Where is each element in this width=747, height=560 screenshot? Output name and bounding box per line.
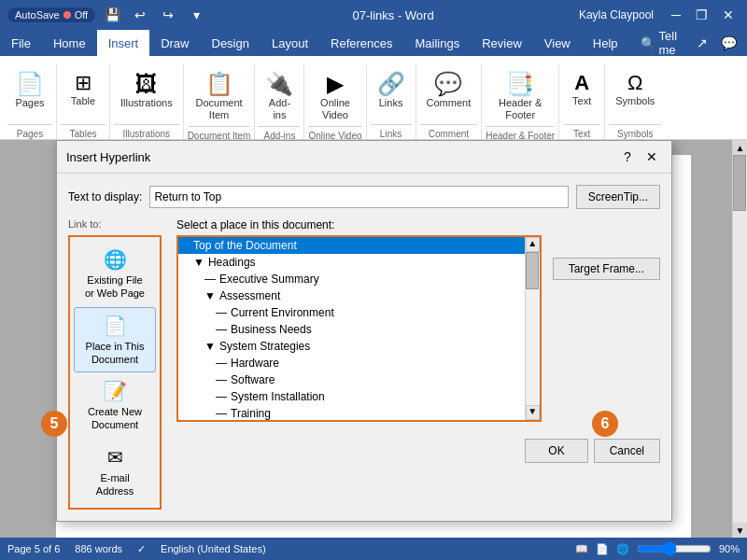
dialog-close-button[interactable]: ✕ [641,147,662,167]
view-web-icon[interactable]: 🌐 [616,543,629,555]
tree-item-headings[interactable]: ▼ Headings [178,254,540,271]
comments-button[interactable]: 💬 [717,32,740,54]
tree-area[interactable]: Top of the Document ▼ Headings — Executi… [176,235,542,422]
tree-item-current-env[interactable]: — Current Environment [178,304,540,321]
text-icon: A [574,73,589,93]
tree-scroll-thumb[interactable] [526,252,539,289]
close-button[interactable]: ✕ [717,4,740,26]
link-create-new[interactable]: 📝 Create NewDocument [74,372,156,439]
customize-qat-button[interactable]: ▾ [185,4,207,26]
dialog-overlay: 5 Insert Hyperlink ? ✕ Text to display: [0,140,747,538]
share-button[interactable]: ↗ [691,32,713,54]
view-print-icon[interactable]: 📄 [596,543,609,555]
menu-help[interactable]: Help [582,30,629,56]
links-button[interactable]: 🔗 Links [371,68,412,114]
status-right: 📖 📄 🌐 90% [575,541,740,556]
tree-item-training[interactable]: — Training [178,405,540,422]
restore-button[interactable]: ❐ [691,4,713,26]
view-read-icon[interactable]: 📖 [575,543,588,555]
tree-item-current-env-label: Current Environment [231,306,334,319]
menu-references[interactable]: References [319,30,403,56]
comment-button[interactable]: 💬 Comment [420,68,478,114]
existing-file-icon: 🌐 [104,247,127,272]
menu-insert[interactable]: Insert [97,30,150,56]
search-icon: 🔍 [641,36,655,50]
tree-item-assessment[interactable]: ▼ Assessment [178,287,540,304]
links-icon: 🔗 [377,73,405,95]
minimize-button[interactable]: ─ [665,4,687,26]
zoom-slider[interactable] [637,541,712,556]
dialog-content: Link to: 🌐 Existing Fileor Web Page 📄 Pl… [68,218,660,510]
cancel-button[interactable]: Cancel [594,439,660,463]
comment-icon: 💬 [434,73,462,95]
redo-button[interactable]: ↪ [157,4,179,26]
target-frame-button[interactable]: Target Frame... [553,258,660,280]
text-label: Text [572,95,591,107]
callout-6: 6 [592,411,618,437]
menu-home[interactable]: Home [42,30,97,56]
document-item-icon: 📋 [205,73,233,95]
autosave-label: AutoSave [15,9,60,21]
tree-item-hardware[interactable]: — Hardware [178,355,540,371]
menu-draw[interactable]: Draw [149,30,200,56]
table-icon: ⊞ [75,73,92,93]
title-bar: AutoSave Off 💾 ↩ ↪ ▾ 07-links - Word Kay… [0,0,747,30]
dialog-controls: ? ✕ [617,147,662,167]
text-to-display-row: Text to display: ScreenTip... [68,185,660,209]
ok-button[interactable]: OK [525,439,587,463]
header-footer-button[interactable]: 📑 Header &Footer [492,68,548,126]
tree-item-top[interactable]: Top of the Document [178,237,540,254]
tree-scroll-up[interactable]: ▲ [526,237,540,252]
tree-item-system-strat-label: System Strategies [219,340,310,353]
tree-item-sys-install[interactable]: — System Installation [178,388,540,405]
undo-button[interactable]: ↩ [129,4,151,26]
text-to-display-input[interactable] [149,186,568,208]
menu-mailings[interactable]: Mailings [404,30,472,56]
zoom-level: 90% [719,543,740,554]
menu-design[interactable]: Design [201,30,261,56]
illustrations-button[interactable]: 🖼 Illustrations [114,68,179,114]
tree-dash-5: — [216,373,227,386]
autosave-indicator [63,11,71,19]
table-label: Table [71,95,95,107]
text-button[interactable]: A Text [563,68,600,112]
link-place-in-document[interactable]: 📄 Place in ThisDocument [74,307,156,373]
minus-icon-3: ▼ [204,340,216,353]
document-item-button[interactable]: 📋 DocumentItem [189,68,248,126]
screentip-button[interactable]: ScreenTip... [576,185,660,209]
tree-item-system-strat[interactable]: ▼ System Strategies [178,338,540,355]
online-video-label: OnlineVideo [320,97,350,121]
tree-item-headings-label: Headings [208,256,256,269]
window-title: 07-links - Word [352,8,433,22]
online-video-button[interactable]: ▶ OnlineVideo [314,68,357,126]
menu-layout[interactable]: Layout [261,30,319,56]
table-button[interactable]: ⊞ Table [61,68,106,112]
link-to-title: Link to: [68,218,169,230]
tree-and-buttons: Top of the Document ▼ Headings — Executi… [176,235,660,429]
tree-item-exec-summary[interactable]: — Executive Summary [178,271,540,287]
symbols-button[interactable]: Ω Symbols [609,68,661,112]
addins-group-label: Add-ins [259,126,300,141]
header-footer-icon: 📑 [506,73,534,95]
comment-group-label: Comment [420,124,478,139]
addins-button[interactable]: 🔌 Add-ins [259,68,300,126]
tree-item-software[interactable]: — Software [178,371,540,388]
tree-dash-2: — [216,306,227,319]
menu-tell-me[interactable]: 🔍 Tell me [629,30,691,56]
title-bar-left: AutoSave Off 💾 ↩ ↪ ▾ [7,4,207,26]
tree-scroll-down[interactable]: ▼ [526,405,540,420]
tree-item-business-needs[interactable]: — Business Needs [178,321,540,338]
menu-view[interactable]: View [533,30,582,56]
pages-button[interactable]: 📄 Pages [7,68,52,114]
link-email-address[interactable]: ✉ E-mailAddress [74,439,156,505]
links-group-label: Links [371,124,412,139]
dialog-help-button[interactable]: ? [617,147,638,167]
autosave-toggle[interactable]: AutoSave Off [7,7,95,22]
tree-item-software-label: Software [231,373,275,386]
save-button[interactable]: 💾 [101,4,123,26]
link-existing-file[interactable]: 🌐 Existing Fileor Web Page [74,241,156,307]
word-count: 886 words [75,543,122,554]
menu-file[interactable]: File [0,30,42,56]
menu-review[interactable]: Review [471,30,533,56]
minus-icon: ▼ [193,256,204,269]
